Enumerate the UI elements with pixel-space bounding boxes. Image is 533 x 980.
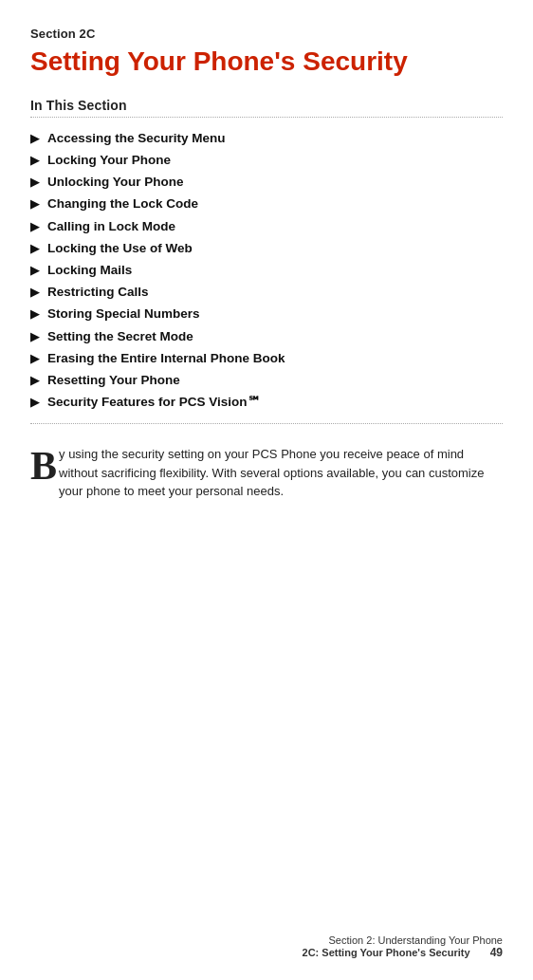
toc-item-label: Locking Your Phone — [47, 152, 171, 169]
toc-item: ▶Locking Your Phone — [30, 149, 503, 171]
footer-line2-text: 2C: Setting Your Phone's Security — [303, 947, 470, 958]
page-container: Section 2C Setting Your Phone's Security… — [0, 0, 533, 980]
footer-line2: 2C: Setting Your Phone's Security 49 — [303, 946, 503, 959]
toc-arrow-icon: ▶ — [30, 175, 44, 190]
toc-arrow-icon: ▶ — [30, 241, 44, 256]
toc-item: ▶Calling in Lock Mode — [30, 215, 503, 237]
toc-item-label: Storing Special Numbers — [47, 305, 200, 323]
in-this-section-label: In This Section — [30, 98, 503, 113]
toc-arrow-icon: ▶ — [30, 395, 44, 410]
toc-arrow-icon: ▶ — [30, 131, 44, 146]
section-label: Section 2C — [30, 27, 503, 41]
toc-item: ▶Setting the Secret Mode — [30, 325, 503, 347]
toc-item: ▶Storing Special Numbers — [30, 304, 503, 325]
toc-arrow-icon: ▶ — [30, 219, 44, 234]
toc-item: ▶Accessing the Security Menu — [30, 127, 503, 149]
toc-item-label: Security Features for PCS Vision℠ — [47, 394, 261, 411]
toc-arrow-icon: ▶ — [30, 153, 44, 168]
drop-cap: B — [30, 445, 57, 482]
toc-item-label: Calling in Lock Mode — [47, 218, 175, 235]
footer: Section 2: Understanding Your Phone 2C: … — [303, 934, 503, 959]
toc-item: ▶Resetting Your Phone — [30, 370, 503, 392]
toc-item-label: Accessing the Security Menu — [47, 130, 226, 147]
toc-item-label: Restricting Calls — [47, 284, 149, 301]
toc-arrow-icon: ▶ — [30, 196, 44, 212]
toc-item: ▶Locking the Use of Web — [30, 237, 503, 259]
toc-item-label: Locking Mails — [47, 262, 132, 279]
toc-arrow-icon: ▶ — [30, 263, 44, 278]
toc-arrow-icon: ▶ — [30, 351, 44, 366]
footer-page-num: 49 — [490, 946, 503, 959]
body-text: y using the security setting on your PCS… — [59, 447, 484, 498]
page-title: Setting Your Phone's Security — [30, 46, 503, 77]
toc-arrow-icon: ▶ — [30, 373, 44, 388]
toc-item-label: Erasing the Entire Internal Phone Book — [47, 350, 285, 367]
top-divider — [30, 117, 503, 118]
toc-item-label: Resetting Your Phone — [47, 372, 180, 389]
toc-item: ▶Locking Mails — [30, 260, 503, 282]
toc-item: ▶Restricting Calls — [30, 282, 503, 304]
toc-item-label: Setting the Secret Mode — [47, 328, 193, 345]
toc-item: ▶Security Features for PCS Vision℠ — [30, 392, 503, 414]
body-paragraph: By using the security setting on your PC… — [30, 445, 503, 501]
toc-list: ▶Accessing the Security Menu▶Locking You… — [30, 127, 503, 414]
footer-line1: Section 2: Understanding Your Phone — [303, 934, 503, 946]
toc-item-label: Unlocking Your Phone — [47, 174, 184, 191]
toc-arrow-icon: ▶ — [30, 306, 44, 322]
bottom-divider — [30, 423, 503, 424]
toc-arrow-icon: ▶ — [30, 329, 44, 344]
toc-item: ▶Erasing the Entire Internal Phone Book — [30, 347, 503, 369]
toc-arrow-icon: ▶ — [30, 285, 44, 300]
toc-item-label: Locking the Use of Web — [47, 240, 193, 257]
toc-item: ▶Changing the Lock Code — [30, 194, 503, 215]
body-text-container: By using the security setting on your PC… — [30, 445, 503, 501]
toc-item-label: Changing the Lock Code — [47, 195, 198, 213]
toc-item: ▶Unlocking Your Phone — [30, 172, 503, 194]
